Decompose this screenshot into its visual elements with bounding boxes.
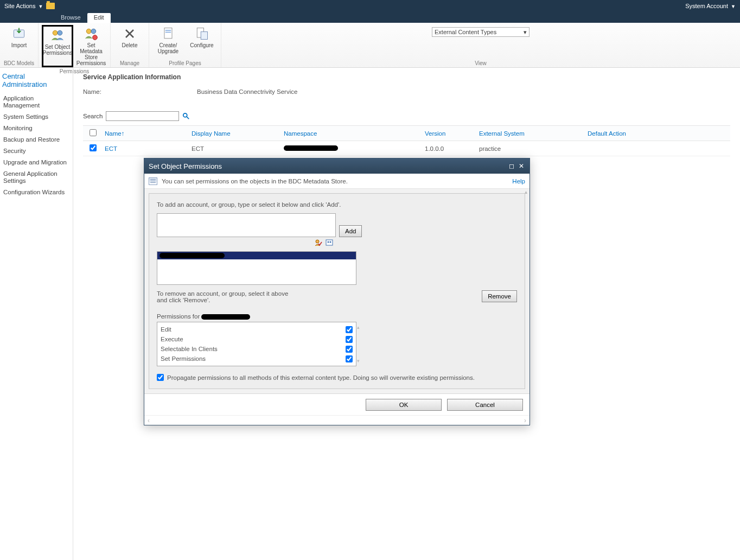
info-list-icon — [149, 177, 157, 185]
nav-system-settings[interactable]: System Settings — [2, 111, 71, 123]
col-namespace[interactable]: Namespace — [284, 130, 425, 137]
delete-button[interactable]: Delete — [114, 25, 145, 59]
ribbon-tabs: Browse Edit — [0, 12, 740, 23]
name-label: Name: — [83, 88, 197, 95]
search-input[interactable] — [106, 111, 179, 121]
nav-backup-restore[interactable]: Backup and Restore — [2, 134, 71, 145]
col-external-system[interactable]: External System — [479, 130, 588, 137]
svg-rect-10 — [201, 32, 207, 40]
browse-people-icon[interactable] — [325, 239, 334, 247]
close-icon[interactable]: ✕ — [518, 162, 525, 170]
nav-configuration-wizards[interactable]: Configuration Wizards — [2, 187, 71, 198]
hscroll-left-icon[interactable]: ‹ — [148, 417, 150, 424]
perm-edit-checkbox[interactable] — [346, 326, 353, 333]
add-instruction: To add an account, or group, type or sel… — [157, 201, 517, 208]
section-title: Service Application Information — [83, 73, 730, 81]
nav-application-management[interactable]: Application Management — [2, 93, 71, 111]
maximize-icon[interactable]: ◻ — [508, 162, 515, 170]
group-label-bdc-models: BDC Models — [4, 60, 34, 66]
set-object-permissions-button[interactable]: Set Object Permissions — [42, 25, 73, 67]
add-button[interactable]: Add — [339, 225, 362, 237]
row-checkbox[interactable] — [90, 144, 97, 151]
nav-security[interactable]: Security — [2, 145, 71, 157]
ribbon-group-permissions: Set Object Permissions Set Metadata Stor… — [39, 23, 111, 67]
svg-point-2 — [58, 30, 62, 35]
svg-rect-14 — [326, 240, 333, 245]
dialog-subtitle: You can set permissions on the objects i… — [162, 178, 348, 184]
ribbon-group-manage: Delete Manage — [111, 23, 149, 67]
people-store-icon — [84, 26, 99, 41]
svg-rect-8 — [165, 32, 171, 33]
propagate-label: Propagate permissions to all methods of … — [167, 374, 475, 381]
name-value: Business Data Connectrivity Service — [197, 88, 297, 95]
chevron-down-icon: ▾ — [524, 29, 527, 36]
configure-icon — [194, 26, 209, 41]
ribbon-group-bdc-models: Import BDC Models — [0, 23, 39, 67]
perm-scroll-down-icon[interactable]: ▾ — [357, 358, 362, 364]
top-bar: Site Actions ▼ System Account ▼ — [0, 0, 740, 12]
dialog-titlebar[interactable]: Set Object Permissions ◻ ✕ — [144, 158, 530, 174]
table-row: ECT ECT 1.0.0.0 practice — [83, 141, 730, 156]
ok-button[interactable]: OK — [366, 399, 442, 411]
perm-selectable-checkbox[interactable] — [346, 346, 353, 353]
svg-point-5 — [93, 35, 98, 40]
selected-account[interactable] — [157, 252, 356, 259]
perm-set-label: Set Permissions — [161, 355, 206, 362]
cancel-button[interactable]: Cancel — [447, 399, 523, 411]
row-name-link[interactable]: ECT — [105, 145, 192, 152]
svg-point-11 — [183, 113, 187, 117]
propagate-checkbox[interactable] — [157, 374, 164, 381]
site-actions-menu[interactable]: Site Actions ▼ — [4, 3, 43, 9]
remove-button[interactable]: Remove — [482, 290, 517, 302]
svg-point-1 — [53, 30, 58, 35]
accounts-listbox[interactable] — [157, 251, 356, 285]
check-names-icon[interactable] — [314, 239, 323, 247]
col-name[interactable]: Name↑ — [105, 130, 192, 137]
perm-scroll-up-icon[interactable]: ▴ — [357, 324, 362, 330]
svg-rect-6 — [164, 28, 172, 39]
import-icon — [11, 26, 27, 41]
group-label-manage: Manage — [120, 60, 139, 66]
dialog-title: Set Object Permissions — [149, 162, 222, 170]
perm-execute-label: Execute — [161, 336, 183, 342]
view-dropdown[interactable]: External Content Types ▾ — [432, 27, 530, 37]
system-account-menu[interactable]: System Account ▼ — [685, 3, 736, 9]
left-nav-title[interactable]: Central Administration — [2, 72, 71, 88]
row-version: 1.0.0.0 — [425, 145, 479, 152]
perm-set-checkbox[interactable] — [346, 355, 353, 362]
perm-selectable-label: Selectable In Clients — [161, 346, 218, 352]
svg-point-3 — [86, 29, 91, 34]
ribbon-group-profile-pages: Create/ Upgrade Configure Profile Pages — [149, 23, 221, 67]
perm-execute-checkbox[interactable] — [346, 336, 353, 343]
configure-button[interactable]: Configure — [186, 25, 218, 59]
col-default-action[interactable]: Default Action — [588, 130, 664, 137]
tab-edit[interactable]: Edit — [87, 13, 111, 23]
select-all-checkbox[interactable] — [90, 129, 97, 136]
perm-edit-label: Edit — [161, 326, 171, 333]
nav-upgrade-migration[interactable]: Upgrade and Migration — [2, 157, 71, 168]
people-icon — [50, 28, 65, 43]
help-link[interactable]: Help — [512, 178, 525, 184]
svg-rect-7 — [165, 30, 171, 31]
svg-point-13 — [316, 240, 319, 243]
ribbon: Import BDC Models Set Object Permissions… — [0, 23, 740, 68]
hscroll-right-icon[interactable]: › — [524, 417, 526, 424]
permissions-list: Edit Execute Selectable In Clients Set P… — [157, 322, 356, 366]
search-icon[interactable] — [182, 112, 190, 120]
row-display-name: ECT — [192, 145, 284, 152]
navigate-up-icon[interactable] — [46, 3, 55, 9]
account-input[interactable] — [157, 213, 336, 237]
page-icon — [161, 26, 176, 41]
import-button[interactable]: Import — [3, 25, 35, 59]
create-upgrade-button[interactable]: Create/ Upgrade — [152, 25, 184, 59]
tab-browse[interactable]: Browse — [54, 13, 87, 23]
content-area: Service Application Information Name: Bu… — [73, 68, 740, 560]
set-metadata-store-permissions-button[interactable]: Set Metadata Store Permissions — [75, 25, 107, 67]
col-version[interactable]: Version — [425, 130, 479, 137]
nav-general-settings[interactable]: General Application Settings — [2, 168, 71, 187]
col-display-name[interactable]: Display Name — [192, 130, 284, 137]
nav-monitoring[interactable]: Monitoring — [2, 123, 71, 134]
remove-instruction: To remove an account, or group, select i… — [157, 290, 298, 303]
group-label-profile: Profile Pages — [169, 60, 201, 66]
scroll-up-icon[interactable]: ▴ — [525, 189, 527, 195]
